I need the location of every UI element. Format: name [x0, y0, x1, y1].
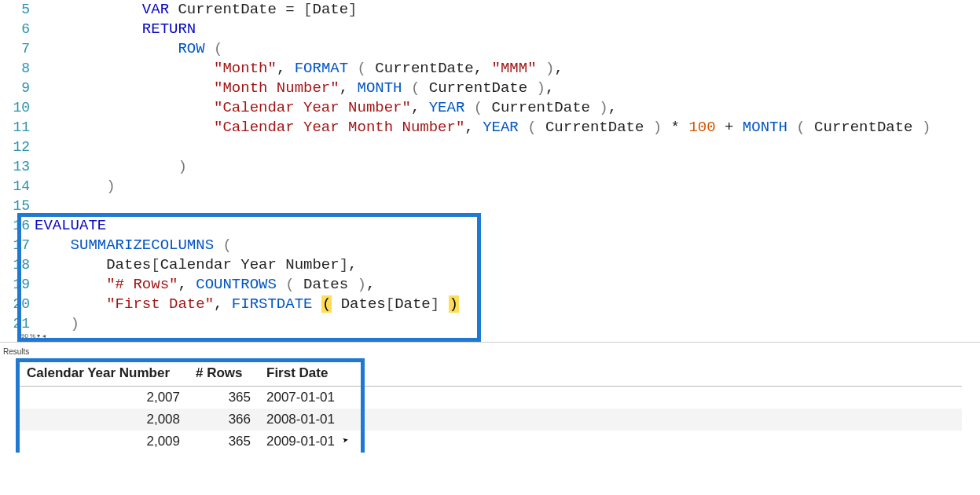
code-text[interactable]: EVALUATE [35, 216, 980, 236]
code-line[interactable]: 8 "Month", FORMAT ( CurrentDate, "MMM" )… [0, 59, 980, 79]
line-number: 8 [0, 59, 35, 79]
code-text[interactable]: ROW ( [35, 39, 980, 59]
code-line[interactable]: 10 "Calendar Year Number", YEAR ( Curren… [0, 98, 980, 118]
code-text[interactable]: VAR CurrentDate = [Date] [35, 0, 980, 20]
line-number: 15 [0, 196, 35, 216]
line-number: 16 [0, 216, 35, 236]
cell-empty [353, 387, 962, 409]
code-line[interactable]: 5 VAR CurrentDate = [Date] [0, 0, 980, 20]
cell-year[interactable]: 2,008 [19, 409, 188, 431]
cell-rows[interactable]: 365 [188, 431, 259, 453]
code-line[interactable]: 13 ) [0, 157, 980, 177]
line-number: 19 [0, 275, 35, 295]
line-number: 9 [0, 79, 35, 98]
code-line[interactable]: 12 [0, 138, 980, 157]
code-line[interactable]: 17 SUMMARIZECOLUMNS ( [0, 236, 980, 255]
line-number: 14 [0, 177, 35, 196]
zoom-level[interactable]: 90 % ▾ ◂ [21, 332, 46, 339]
code-line[interactable]: 9 "Month Number", MONTH ( CurrentDate ), [0, 79, 980, 98]
line-number: 13 [0, 157, 35, 177]
col-header-firstdate[interactable]: First Date [259, 361, 353, 387]
code-line[interactable]: 16EVALUATE [0, 216, 980, 236]
results-pane: ➤ Calendar Year Number # Rows First Date… [0, 356, 980, 453]
line-number: 20 [0, 295, 35, 314]
col-header-rows[interactable]: # Rows [188, 361, 259, 387]
line-number: 6 [0, 20, 35, 39]
line-number: 12 [0, 138, 35, 157]
code-line[interactable]: 7 ROW ( [0, 39, 980, 59]
cell-date[interactable]: 2009-01-01 [259, 431, 353, 453]
code-text[interactable]: ) [35, 314, 980, 334]
line-number: 21 [0, 314, 35, 334]
code-line[interactable]: 14 ) [0, 177, 980, 196]
col-header-empty [353, 361, 962, 387]
table-header-row: Calendar Year Number # Rows First Date [19, 361, 962, 387]
col-header-year[interactable]: Calendar Year Number [19, 361, 188, 387]
code-text[interactable]: "First Date", FIRSTDATE ( Dates[Date] ) [35, 295, 980, 314]
code-line[interactable]: 18 Dates[Calendar Year Number], [0, 255, 980, 275]
cell-rows[interactable]: 366 [188, 409, 259, 431]
line-number: 7 [0, 39, 35, 59]
line-number: 5 [0, 0, 35, 20]
code-text[interactable]: "Month", FORMAT ( CurrentDate, "MMM" ), [35, 59, 980, 79]
code-text[interactable]: SUMMARIZECOLUMNS ( [35, 236, 980, 255]
cell-empty [353, 431, 962, 453]
results-table[interactable]: Calendar Year Number # Rows First Date 2… [19, 361, 962, 453]
code-text[interactable]: "# Rows", COUNTROWS ( Dates ), [35, 275, 980, 295]
line-number: 10 [0, 98, 35, 118]
table-row[interactable]: 2,0073652007-01-01 [19, 387, 962, 409]
code-editor[interactable]: 5 VAR CurrentDate = [Date]6 RETURN7 ROW … [0, 0, 980, 334]
line-number: 17 [0, 236, 35, 255]
cell-year[interactable]: 2,007 [19, 387, 188, 409]
code-text[interactable]: "Calendar Year Month Number", YEAR ( Cur… [35, 118, 980, 138]
code-text[interactable]: "Calendar Year Number", YEAR ( CurrentDa… [35, 98, 980, 118]
code-line[interactable]: 6 RETURN [0, 20, 980, 39]
cell-year[interactable]: 2,009 [19, 431, 188, 453]
cell-rows[interactable]: 365 [188, 387, 259, 409]
code-line[interactable]: 11 "Calendar Year Month Number", YEAR ( … [0, 118, 980, 138]
code-line[interactable]: 15 [0, 196, 980, 216]
code-text[interactable]: ) [35, 157, 980, 177]
table-row[interactable]: 2,0083662008-01-01 [19, 409, 962, 431]
code-line[interactable]: 19 "# Rows", COUNTROWS ( Dates ), [0, 275, 980, 295]
cell-date[interactable]: 2007-01-01 [259, 387, 353, 409]
code-line[interactable]: 21 ) [0, 314, 980, 334]
code-line[interactable]: 20 "First Date", FIRSTDATE ( Dates[Date]… [0, 295, 980, 314]
code-text[interactable]: ) [35, 177, 980, 196]
results-pane-label: Results [0, 342, 980, 356]
table-row[interactable]: 2,0093652009-01-01 [19, 431, 962, 453]
code-text[interactable]: RETURN [35, 20, 980, 39]
cell-date[interactable]: 2008-01-01 [259, 409, 353, 431]
code-text[interactable]: "Month Number", MONTH ( CurrentDate ), [35, 79, 980, 98]
code-text[interactable]: Dates[Calendar Year Number], [35, 255, 980, 275]
line-number: 18 [0, 255, 35, 275]
line-number: 11 [0, 118, 35, 138]
cell-empty [353, 409, 962, 431]
